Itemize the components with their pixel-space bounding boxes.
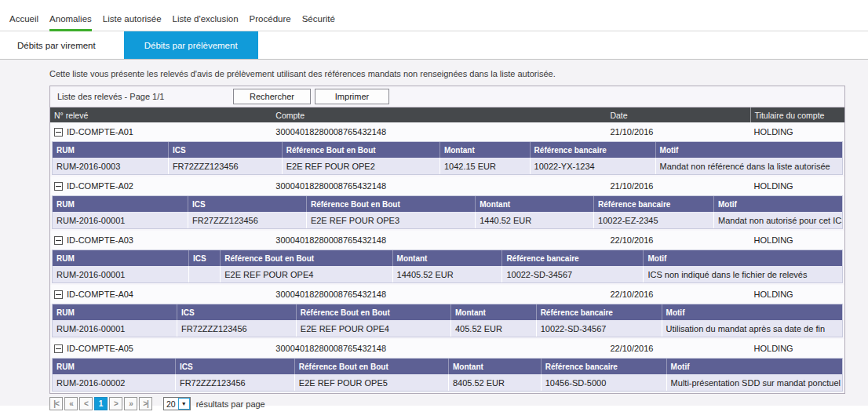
nav-item-securite[interactable]: Sécurité	[302, 14, 335, 31]
sub-col-ics: ICS	[177, 304, 296, 320]
motif-value: Multi-présentation SDD sur mandat ponctu…	[666, 374, 842, 391]
last-page-button[interactable]: >|	[139, 397, 152, 410]
page-description: Cette liste vous présente les relevés d'…	[49, 69, 868, 78]
sub-table: RUM ICS Référence Bout en Bout Montant R…	[52, 358, 843, 392]
fast-prev-page-button[interactable]: «	[64, 397, 78, 410]
amount-value: 14405.52 EUR	[392, 266, 502, 282]
operation-row: RUM-2016-00002 FR72ZZZ123456 E2E REF POU…	[53, 374, 842, 391]
sub-col-ics: ICS	[168, 142, 282, 158]
group-row: ID-COMPTE-A01 30004018280008765432148 21…	[50, 122, 844, 141]
sub-col-ref-bancaire: Référence bancaire	[501, 250, 643, 266]
rum-value: RUM-2016-00001	[53, 320, 177, 337]
e2e-value: E2E REF POUR OPE3	[306, 212, 475, 228]
sub-col-montant: Montant	[448, 359, 541, 374]
top-nav: AccueilAnomaliesListe autoriséeListe d'e…	[0, 0, 868, 31]
tab-debits-par-virement[interactable]: Débits par virement	[0, 31, 113, 59]
releve-date: 22/10/2016	[606, 231, 749, 250]
releve-id: ID-COMPTE-A04	[67, 290, 133, 299]
sub-col-rum: RUM	[53, 359, 175, 374]
rum-value: RUM-2016-00001	[53, 266, 188, 282]
e2e-value: E2E REF POUR OPE2	[282, 158, 439, 174]
group-row: ID-COMPTE-A03 30004018280008765432148 22…	[50, 231, 844, 250]
panel-title: Liste des relevés - Page 1/1	[57, 92, 164, 101]
nav-item-anomalies[interactable]: Anomalies	[49, 14, 92, 31]
sub-header-row: RUM ICS Référence Bout en Bout Montant R…	[53, 196, 842, 212]
collapse-icon[interactable]	[54, 128, 63, 137]
rum-value: RUM-2016-00002	[53, 374, 175, 391]
col-header-compte: Compte	[272, 107, 606, 122]
tab-debits-par-prelevement[interactable]: Débits par prélèvement	[124, 31, 258, 59]
page-size-label: résultats par page	[196, 399, 265, 409]
sub-col-motif: Motif	[666, 359, 842, 374]
search-button[interactable]: Rechercher	[233, 89, 311, 104]
bank-ref-value: 10022-YX-1234	[530, 158, 655, 174]
current-page-button[interactable]: 1	[94, 397, 108, 410]
sub-col-montant: Montant	[392, 250, 502, 266]
collapse-icon[interactable]	[54, 344, 63, 353]
fast-next-page-button[interactable]: »	[124, 397, 137, 410]
sub-col-rum: RUM	[53, 142, 168, 158]
e2e-value: E2E REF POUR OPE4	[296, 320, 450, 337]
releve-id: ID-COMPTE-A05	[67, 344, 133, 353]
ics-value: FR72ZZZ123456	[175, 374, 294, 391]
col-header-date: Date	[606, 107, 749, 122]
account-number: 30004018280008765432148	[272, 122, 606, 141]
print-button[interactable]: Imprimer	[315, 89, 389, 104]
collapse-icon[interactable]	[54, 182, 63, 191]
sub-table: RUM ICS Référence Bout en Bout Montant R…	[52, 304, 843, 337]
motif-value: Mandat non autorisé pour cet ICS	[713, 212, 842, 228]
ics-value	[188, 266, 220, 282]
content-area: Cette liste vous présente les relevés d'…	[0, 60, 868, 406]
sub-col-ref-bancaire: Référence bancaire	[530, 142, 655, 158]
sub-col-rum: RUM	[53, 196, 188, 212]
sub-col-e2e: Référence Bout en Bout	[294, 359, 448, 374]
operation-row: RUM-2016-0003 FR72ZZZ123456 E2E REF POUR…	[53, 158, 842, 174]
ics-value: FR27ZZZ123456	[188, 212, 306, 228]
account-number: 30004018280008765432148	[272, 285, 606, 304]
panel-toolbar: Liste des relevés - Page 1/1 Rechercher …	[50, 86, 844, 107]
tab-bar: Débits par virement Débits par prélèveme…	[0, 31, 868, 60]
sub-col-e2e: Référence Bout en Bout	[220, 250, 392, 266]
operation-row: RUM-2016-00001 FR27ZZZ123456 E2E REF POU…	[53, 212, 842, 228]
ics-value: FR72ZZZ123456	[177, 320, 296, 337]
nav-item-liste-exclusion[interactable]: Liste d'exclusion	[173, 14, 239, 31]
account-holder: HOLDING	[750, 285, 844, 304]
nav-item-accueil[interactable]: Accueil	[9, 14, 38, 31]
releve-date: 21/10/2016	[606, 177, 749, 195]
sub-col-motif: Motif	[662, 304, 842, 320]
table-header-row: N° relevé Compte Date Titulaire du compt…	[50, 107, 844, 122]
sub-col-motif: Motif	[713, 196, 842, 212]
motif-value: Mandat non référencé dans la liste autor…	[655, 158, 842, 174]
page-size-select[interactable]: 20 ▼	[163, 397, 191, 410]
releve-id: ID-COMPTE-A02	[67, 181, 133, 191]
ics-value: FR72ZZZ123456	[168, 158, 282, 174]
sub-col-ics: ICS	[188, 196, 306, 212]
releve-date: 22/10/2016	[606, 339, 749, 358]
first-page-button[interactable]: |<	[49, 397, 63, 410]
operation-row: RUM-2016-00001 E2E REF POUR OPE4 14405.5…	[53, 266, 842, 282]
sub-col-ref-bancaire: Référence bancaire	[541, 359, 666, 374]
releves-panel: Liste des relevés - Page 1/1 Rechercher …	[49, 86, 845, 394]
account-holder: HOLDING	[750, 122, 844, 141]
sub-header-row: RUM ICS Référence Bout en Bout Montant R…	[53, 359, 842, 374]
next-page-button[interactable]: >	[109, 397, 122, 410]
group-row: ID-COMPTE-A02 30004018280008765432148 21…	[50, 177, 844, 195]
collapse-icon[interactable]	[54, 236, 63, 245]
collapse-icon[interactable]	[54, 290, 63, 299]
amount-value: 1440.52 EUR	[475, 212, 593, 228]
sub-col-motif: Motif	[655, 142, 842, 158]
prev-page-button[interactable]: <	[79, 397, 93, 410]
nav-item-liste-autorisee[interactable]: Liste autorisée	[103, 14, 162, 31]
account-holder: HOLDING	[750, 231, 844, 250]
motif-value: Utilisation du mandat après sa date de f…	[662, 320, 842, 337]
nav-item-procedure[interactable]: Procédure	[250, 14, 291, 31]
releve-date: 21/10/2016	[606, 122, 749, 141]
sub-col-montant: Montant	[439, 142, 530, 158]
sub-col-e2e: Référence Bout en Bout	[296, 304, 450, 320]
col-header-titulaire: Titulaire du compte	[750, 107, 844, 122]
sub-col-ics: ICS	[188, 250, 220, 266]
sub-header-row: RUM ICS Référence Bout en Bout Montant R…	[53, 142, 842, 158]
bank-ref-value: 10022-SD-34567	[501, 266, 643, 282]
sub-col-rum: RUM	[53, 250, 188, 266]
bank-ref-value: 10456-SD-5000	[541, 374, 666, 391]
